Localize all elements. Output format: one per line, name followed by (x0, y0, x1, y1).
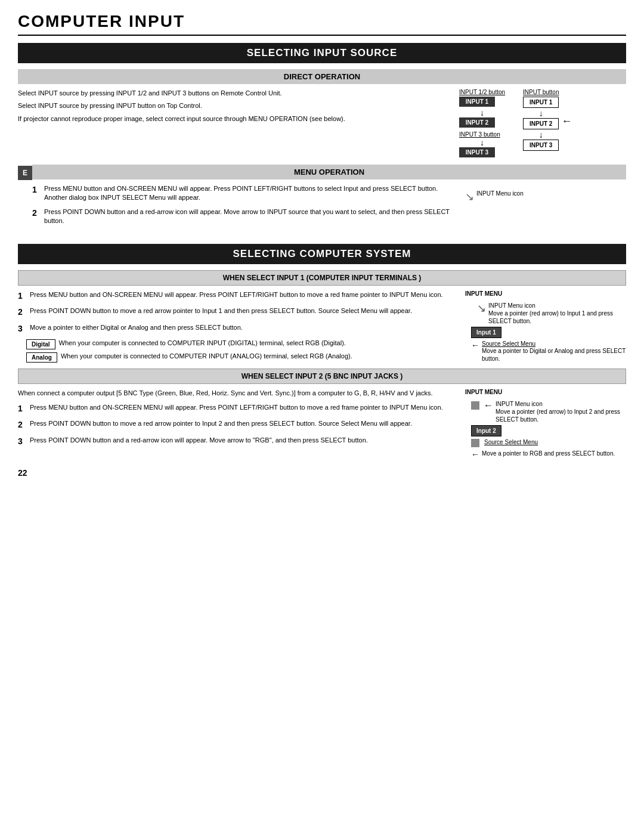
selecting-computer-system-header: SELECTING COMPUTER SYSTEM (18, 244, 626, 264)
when-input1-header: WHEN SELECT INPUT 1 (COMPUTER INPUT TERM… (18, 270, 626, 286)
menu-op-num2: 2 (32, 208, 41, 226)
when-input2-header: WHEN SELECT INPUT 2 (5 BNC INPUT JACKS ) (18, 368, 626, 384)
input1-num2: 2 (18, 306, 26, 318)
menu-op-step2: Press POINT DOWN button and a red-arrow … (44, 208, 453, 226)
r-input3-box: INPUT 3 (523, 140, 559, 151)
input1-input-menu-label: INPUT MENU (465, 290, 626, 297)
e-marker: E (23, 169, 27, 177)
input12-button-label: INPUT 1/2 button (459, 89, 505, 95)
input2-input-menu-label: INPUT MENU (465, 389, 626, 395)
arrow-down-1: ↓ (480, 109, 484, 117)
analog-button[interactable]: Analog (26, 352, 57, 363)
analog-description: When your computer is connected to COMPU… (61, 352, 352, 360)
input3-button-label: INPUT 3 button (459, 131, 500, 138)
digital-button[interactable]: Digital (26, 339, 55, 349)
menu-op-num1: 1 (32, 184, 41, 203)
menu-op-step1: Press MENU button and ON-SCREEN MENU wil… (44, 184, 453, 203)
input1-label-box: Input 1 (471, 327, 501, 338)
page-title: COMPUTER INPUT (18, 12, 626, 36)
selecting-input-source-header: SELECTING INPUT SOURCE (18, 43, 626, 63)
input2-caption2: Move a pointer to RGB and press SELECT b… (482, 450, 615, 457)
direct-operation-header: DIRECT OPERATION (18, 69, 626, 84)
input1-source-select-menu: Source Select Menu (482, 340, 626, 347)
input2-menu-icon: INPUT Menu icon (496, 400, 626, 408)
digital-description: When your computer is connected to COMPU… (59, 339, 346, 346)
input2-step2: Press POINT DOWN button to move a red ar… (30, 419, 453, 431)
input2-caption1: Move a pointer (red arrow) to Input 2 an… (496, 408, 626, 423)
input-menu-icon-label: INPUT Menu icon (476, 190, 524, 197)
arrow-down-4: ↓ (523, 131, 559, 139)
r-input2-box: INPUT 2 (523, 118, 559, 129)
input2-step3: Press POINT DOWN button and a red-arrow … (30, 436, 453, 448)
direct-op-para2: Select INPUT source by pressing INPUT bu… (18, 101, 453, 110)
input1-num3: 3 (18, 323, 26, 335)
input1-caption2: Move a pointer to Digital or Analog and … (482, 347, 626, 363)
input-button-label: INPUT button (523, 89, 559, 95)
input1-num1: 1 (18, 290, 26, 302)
input2-box: INPUT 2 (459, 117, 495, 128)
arrow-down-2: ↓ (480, 138, 484, 147)
input1-step2: Press POINT DOWN button to move a red ar… (30, 306, 453, 318)
input1-caption1: Move a pointer (red arrow) to Input 1 an… (488, 309, 626, 325)
r-input1-box: INPUT 1 (523, 97, 559, 108)
menu-operation-header: MENU OPERATION (32, 165, 626, 179)
direct-op-para1: Select INPUT source by pressing INPUT 1/… (18, 89, 453, 98)
input1-menu-icon: INPUT Menu icon (488, 302, 626, 309)
input1-box: INPUT 1 (459, 97, 495, 107)
input1-step1: Press MENU button and ON-SCREEN MENU wil… (30, 290, 453, 302)
input2-step1: Press MENU button and ON-SCREEN MENU wil… (30, 403, 453, 415)
input2-num2: 2 (18, 419, 26, 431)
direct-op-para3: If projector cannot reproduce proper ima… (18, 114, 453, 123)
input2-para: When connect a computer output [5 BNC Ty… (18, 389, 453, 398)
input2-label-box: Input 2 (471, 425, 501, 436)
page-number: 22 (18, 468, 626, 478)
input3-box: INPUT 3 (459, 147, 495, 157)
gray-square-icon (471, 401, 479, 410)
input1-step3: Move a pointer to either Digital or Anal… (30, 323, 453, 335)
input2-num1: 1 (18, 403, 26, 415)
input2-source-select-menu: Source Select Menu (484, 439, 538, 445)
arrow-down-3: ↓ (523, 109, 559, 117)
gray-square-icon-2 (471, 439, 479, 447)
input2-num3: 3 (18, 436, 26, 448)
